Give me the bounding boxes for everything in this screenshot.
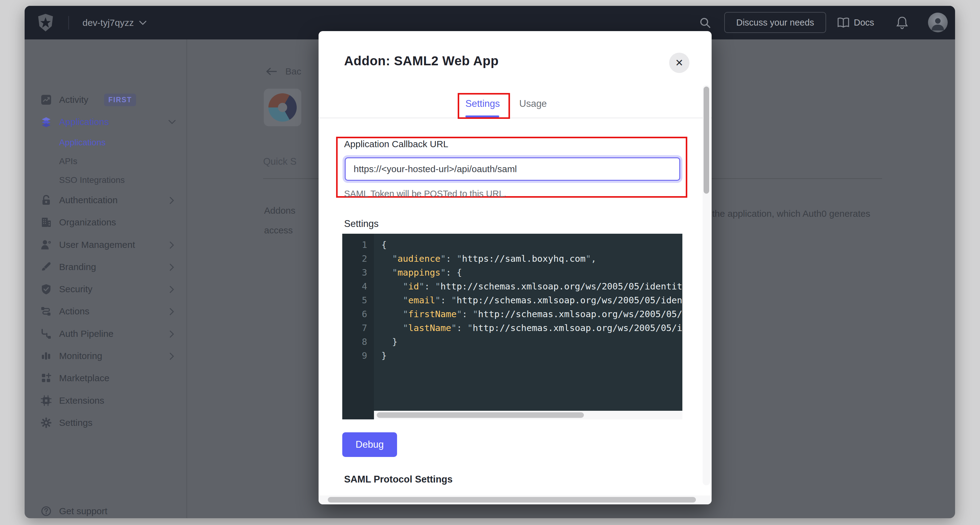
sidebar-item-label: Applications	[59, 138, 106, 147]
callback-url-input[interactable]	[345, 157, 680, 181]
tab-label: Usage	[519, 98, 547, 109]
sidebar-item-auth-pipeline[interactable]: Auth Pipeline	[25, 327, 187, 341]
tab-usage[interactable]: Usage	[519, 98, 547, 109]
chevron-right-icon	[169, 263, 174, 271]
sidebar-item-label: SSO Integrations	[59, 175, 125, 185]
code-horizontal-scrollbar[interactable]	[374, 411, 682, 420]
settings-code-editor[interactable]: 1{2 "audience": "https://saml.boxyhq.com…	[342, 234, 682, 420]
chevron-down-icon	[168, 120, 176, 124]
sidebar-item-security[interactable]: Security	[25, 282, 187, 296]
modal-vertical-scrollbar-thumb[interactable]	[703, 86, 709, 194]
sidebar-item-label: Authentication	[59, 195, 118, 205]
tab-settings[interactable]: Settings	[465, 98, 500, 109]
sidebar-item-label: Actions	[59, 306, 89, 316]
paintbrush-icon	[41, 262, 52, 273]
code-line: 3 "mappings": {	[342, 266, 682, 279]
sidebar-item-label: Monitoring	[59, 351, 102, 361]
modal-title: Addon: SAML2 Web App	[344, 54, 499, 69]
building-icon	[41, 217, 52, 228]
modal-horizontal-scrollbar-thumb[interactable]	[328, 497, 696, 503]
sidebar-item-settings[interactable]: Settings	[25, 416, 187, 429]
auth0-logo-icon[interactable]	[37, 14, 54, 32]
sidebar-item-organizations[interactable]: Organizations	[25, 215, 187, 229]
sidebar-item-label: Get support	[59, 506, 107, 516]
tabs-divider	[318, 118, 712, 118]
sidebar-item-authentication[interactable]: Authentication	[25, 193, 187, 207]
back-link-label: Bac	[285, 66, 301, 77]
sidebar-item-extensions[interactable]: Extensions	[25, 394, 187, 407]
discuss-your-needs-label: Discuss your needs	[736, 18, 814, 28]
sidebar-item-activity[interactable]: Activity FIRST	[25, 93, 187, 107]
sidebar-subitem-applications[interactable]: Applications	[25, 136, 187, 149]
active-tab-underline	[465, 115, 499, 117]
chevron-right-icon	[169, 308, 174, 316]
modal-vertical-scrollbar[interactable]	[703, 85, 710, 485]
sidebar-item-branding[interactable]: Branding	[25, 260, 187, 274]
topbar-divider	[68, 16, 69, 30]
tab-label: Settings	[465, 98, 500, 109]
chevron-down-icon	[139, 20, 147, 25]
settings-section-heading: Settings	[344, 218, 379, 230]
sidebar-subitem-apis[interactable]: APIs	[25, 155, 187, 168]
discuss-your-needs-button[interactable]: Discuss your needs	[724, 12, 826, 33]
search-icon[interactable]	[699, 16, 712, 29]
chevron-right-icon	[169, 352, 174, 360]
app-window: dev-tyj7qyzz Discuss your needs Docs	[25, 6, 955, 518]
flow-icon	[41, 306, 52, 317]
code-scrollbar-thumb[interactable]	[377, 412, 584, 418]
arrow-left-icon	[266, 67, 278, 76]
user-gear-icon	[41, 239, 52, 251]
application-logo-icon	[268, 93, 297, 121]
sidebar-item-monitoring[interactable]: Monitoring	[25, 349, 187, 363]
quickstart-tab-fragment[interactable]: Quick S	[263, 156, 297, 167]
chevron-right-icon	[169, 330, 174, 338]
sidebar-subitem-sso-integrations[interactable]: SSO Integrations	[25, 173, 187, 187]
callback-url-label: Application Callback URL	[344, 139, 449, 149]
lock-icon	[41, 195, 52, 206]
sidebar-item-get-support[interactable]: Get support	[25, 504, 187, 518]
sidebar-item-label: Organizations	[59, 217, 116, 228]
sidebar-item-label: Settings	[59, 418, 92, 428]
sidebar-item-label: APIs	[59, 156, 77, 166]
user-avatar[interactable]	[928, 13, 948, 32]
notifications-bell-icon[interactable]	[896, 16, 908, 30]
sidebar-item-user-management[interactable]: User Management	[25, 238, 187, 252]
docs-label: Docs	[854, 18, 874, 28]
paragraph-fragment: access	[264, 225, 293, 236]
code-line: 9}	[342, 349, 682, 363]
sidebar-item-actions[interactable]: Actions	[25, 305, 187, 318]
debug-button-label: Debug	[355, 439, 383, 450]
chevron-right-icon	[169, 286, 174, 294]
code-line: 5 "email": "http://schemas.xmlsoap.org/w…	[342, 294, 682, 307]
close-button[interactable]: ✕	[669, 53, 689, 73]
saml-protocol-settings-heading: SAML Protocol Settings	[344, 474, 453, 485]
layers-icon	[41, 116, 52, 128]
addon-saml2-modal: Addon: SAML2 Web App ✕ Settings Usage Ap…	[318, 31, 712, 504]
code-line: 4 "id": "http://schemas.xmlsoap.org/ws/2…	[342, 279, 682, 294]
paragraph-fragment: Addons	[264, 205, 296, 216]
chevron-right-icon	[169, 241, 174, 249]
help-circle-icon	[41, 506, 52, 517]
sidebar-item-label: Applications	[59, 117, 109, 127]
sidebar-item-label: Extensions	[59, 395, 104, 406]
debug-button[interactable]: Debug	[342, 432, 397, 457]
bar-chart-icon	[41, 350, 52, 362]
sidebar-item-applications[interactable]: Applications	[25, 115, 187, 129]
grid-plus-icon	[41, 373, 52, 384]
activity-chart-icon	[41, 94, 52, 105]
callback-url-helper: SAML Token will be POSTed to this URL.	[344, 189, 506, 199]
sidebar-item-marketplace[interactable]: Marketplace	[25, 371, 187, 385]
modal-horizontal-scrollbar[interactable]	[318, 495, 712, 504]
chip-icon	[41, 395, 52, 406]
tenant-name: dev-tyj7qyzz	[83, 18, 134, 28]
tenant-switcher[interactable]: dev-tyj7qyzz	[83, 6, 147, 40]
code-line: 6 "firstName": "http://schemas.xmlsoap.o…	[342, 307, 682, 321]
sidebar-item-label: Security	[59, 284, 92, 294]
paragraph-fragment: ed by the application, which Auth0 gener…	[687, 209, 870, 219]
docs-link[interactable]: Docs	[837, 6, 874, 40]
back-link[interactable]: Bac	[266, 66, 301, 77]
application-logo-tile	[264, 89, 301, 126]
sidebar-item-label: Auth Pipeline	[59, 329, 114, 339]
code-line: 7 "lastName": "http://schemas.xmlsoap.or…	[342, 321, 682, 335]
sidebar-item-label: Activity	[59, 94, 88, 105]
